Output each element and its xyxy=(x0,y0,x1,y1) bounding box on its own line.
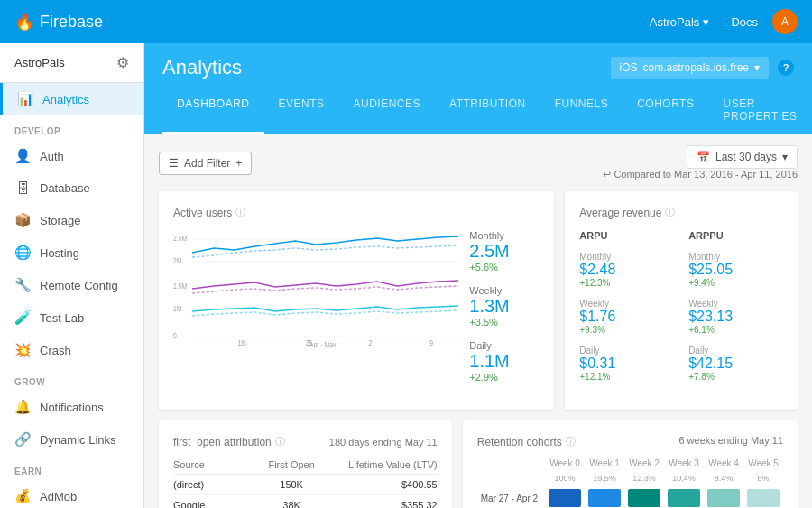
active-users-inner: 2.5M 2M 1.5M 1M 0 xyxy=(173,230,540,395)
notifications-label: Notifications xyxy=(40,401,104,414)
ret-col-w4: Week 4 xyxy=(704,456,743,471)
brand-name: Firebase xyxy=(40,13,103,32)
analytics-title-row: Analytics iOS com.astropals.ios.free ▾ ? xyxy=(162,56,794,79)
filter-icon: ☰ xyxy=(169,157,179,170)
auth-label: Auth xyxy=(40,150,64,163)
earn-section-label: EARN xyxy=(0,456,143,480)
au-stat-daily: Daily 1.1M +2.9% xyxy=(469,340,540,383)
retention-info-icon[interactable]: ⓘ xyxy=(566,435,576,448)
avg-revenue-info-icon[interactable]: ⓘ xyxy=(665,206,675,219)
svg-text:2M: 2M xyxy=(173,256,181,265)
date-range-selector[interactable]: 📅 Last 30 days ▾ xyxy=(687,145,798,169)
sidebar-item-admob[interactable]: 💰 AdMob xyxy=(0,480,143,508)
platform-selector[interactable]: iOS com.astropals.ios.free ▾ xyxy=(611,57,769,79)
arppu-daily-change: +7.8% xyxy=(688,372,783,382)
sidebar-item-crash[interactable]: 💥 Crash xyxy=(0,334,143,366)
active-users-title: Active users ⓘ xyxy=(173,206,540,219)
test-lab-label: Test Lab xyxy=(40,311,84,325)
au-stat-weekly: Weekly 1.3M +3.5% xyxy=(469,285,540,328)
sidebar-gear-icon[interactable]: ⚙ xyxy=(116,54,129,71)
cards-row-1: Active users ⓘ 2.5M 2M 1.5M 1M 0 xyxy=(159,191,798,410)
test-lab-icon: 🧪 xyxy=(14,309,31,326)
sidebar-analytics-label: Analytics xyxy=(42,93,89,106)
table-row: Google38K$355.32 xyxy=(173,495,438,509)
sidebar-item-hosting[interactable]: 🌐 Hosting xyxy=(0,236,143,269)
platform-label: iOS xyxy=(620,61,638,74)
users-chart-svg: 2.5M 2M 1.5M 1M 0 xyxy=(173,230,458,347)
sidebar: AstroPals ⚙ 📊 Analytics DEVELOP 👤 Auth 🗄… xyxy=(0,43,144,508)
user-avatar[interactable]: A xyxy=(772,9,798,34)
tab-funnels[interactable]: FUNNELS xyxy=(540,88,623,134)
storage-label: Storage xyxy=(40,214,81,227)
calendar-icon: 📅 xyxy=(697,151,710,163)
active-users-stats: Monthly 2.5M +5.6% Weekly 1.3M +3.5% Dai… xyxy=(458,230,540,395)
retention-pct-row: 100% 19.5% 12.3% 10.4% 8.4% 8% xyxy=(477,471,783,485)
retention-header: Retention cohorts ⓘ 6 weeks ending May 1… xyxy=(477,435,783,448)
sidebar-item-auth[interactable]: 👤 Auth xyxy=(0,140,143,172)
arppu-header: ARPPU xyxy=(688,230,783,241)
sidebar-item-database[interactable]: 🗄 Database xyxy=(0,172,143,204)
project-selector[interactable]: AstroPals ▾ xyxy=(642,12,717,32)
col-ltv: Lifetime Value (LTV) xyxy=(322,456,438,475)
docs-link[interactable]: Docs xyxy=(731,15,758,29)
arpu-daily-change: +12.1% xyxy=(579,372,674,382)
sidebar-item-remote-config[interactable]: 🔧 Remote Config xyxy=(0,269,143,301)
add-filter-label: Add Filter xyxy=(184,157,230,170)
top-nav: 🔥 Firebase AstroPals ▾ Docs A xyxy=(0,0,812,43)
attribution-header: first_open attribution ⓘ 180 days ending… xyxy=(173,435,438,448)
ret-col-label xyxy=(477,456,545,471)
svg-text:2.5M: 2.5M xyxy=(173,234,187,243)
analytics-title: Analytics xyxy=(162,56,242,79)
arpu-monthly-change: +12.3% xyxy=(579,278,674,288)
arpu-weekly: $1.76 xyxy=(579,309,674,325)
arpu-header: ARPU xyxy=(579,230,674,241)
revenue-grid: ARPU ARPPU Monthly $2.48 +12.3% Monthly … xyxy=(579,230,783,382)
active-users-info-icon[interactable]: ⓘ xyxy=(235,206,245,219)
project-name: AstroPals xyxy=(650,15,700,29)
tab-attribution[interactable]: ATTRIBUTION xyxy=(435,88,540,134)
comparison-arrow: ↩ xyxy=(603,169,611,180)
bundle-id: com.astropals.ios.free xyxy=(643,61,749,74)
database-icon: 🗄 xyxy=(14,180,31,196)
develop-section-label: DEVELOP xyxy=(0,115,143,140)
dropdown-arrow: ▾ xyxy=(703,15,709,29)
auth-icon: 👤 xyxy=(14,148,31,164)
add-filter-button[interactable]: ☰ Add Filter + xyxy=(159,152,252,175)
comparison-text: Compared to Mar 13, 2016 - Apr 11, 2016 xyxy=(614,169,798,180)
tab-audiences[interactable]: AUDIENCES xyxy=(339,88,436,134)
sidebar-item-dynamic-links[interactable]: 🔗 Dynamic Links xyxy=(0,423,143,456)
remote-config-label: Remote Config xyxy=(40,279,118,292)
ret-col-w1: Week 1 xyxy=(585,456,624,471)
ret-col-w0: Week 0 xyxy=(545,456,585,471)
attribution-table: Source First Open Lifetime Value (LTV) (… xyxy=(173,456,438,508)
list-item: Mar 27 - Apr 2 xyxy=(477,485,783,508)
svg-text:9: 9 xyxy=(429,338,433,347)
retention-header-row: Week 0 Week 1 Week 2 Week 3 Week 4 Week … xyxy=(477,456,783,471)
flame-icon: 🔥 xyxy=(14,12,34,32)
sidebar-item-test-lab[interactable]: 🧪 Test Lab xyxy=(0,301,143,334)
au-stat-monthly: Monthly 2.5M +5.6% xyxy=(469,230,540,272)
help-icon[interactable]: ? xyxy=(778,60,794,76)
sidebar-item-storage[interactable]: 📦 Storage xyxy=(0,204,143,236)
content-area: Analytics iOS com.astropals.ios.free ▾ ?… xyxy=(144,43,812,508)
ret-col-w3: Week 3 xyxy=(664,456,704,471)
svg-text:18: 18 xyxy=(238,338,245,347)
sidebar-item-notifications[interactable]: 🔔 Notifications xyxy=(0,391,143,423)
hosting-icon: 🌐 xyxy=(14,245,31,261)
dynamic-links-label: Dynamic Links xyxy=(40,433,116,447)
tab-cohorts[interactable]: COHORTS xyxy=(623,88,708,134)
attribution-info-icon[interactable]: ⓘ xyxy=(275,435,285,448)
sidebar-item-analytics[interactable]: 📊 Analytics xyxy=(0,83,143,115)
tab-user-properties[interactable]: USER PROPERTIES xyxy=(708,88,811,134)
arppu-weekly: $23.13 xyxy=(688,309,783,325)
tab-events[interactable]: EVENTS xyxy=(264,88,339,134)
date-dropdown-icon: ▾ xyxy=(782,151,788,163)
table-header-row: Source First Open Lifetime Value (LTV) xyxy=(173,456,438,475)
tab-dashboard[interactable]: DASHBOARD xyxy=(162,88,264,134)
admob-icon: 💰 xyxy=(14,488,31,504)
arppu-monthly-change: +9.4% xyxy=(688,278,783,288)
analytics-header: Analytics iOS com.astropals.ios.free ▾ ?… xyxy=(144,43,812,134)
active-users-card: Active users ⓘ 2.5M 2M 1.5M 1M 0 xyxy=(159,191,554,410)
ret-col-w5: Week 5 xyxy=(743,456,783,471)
sidebar-header: AstroPals ⚙ xyxy=(0,43,143,83)
